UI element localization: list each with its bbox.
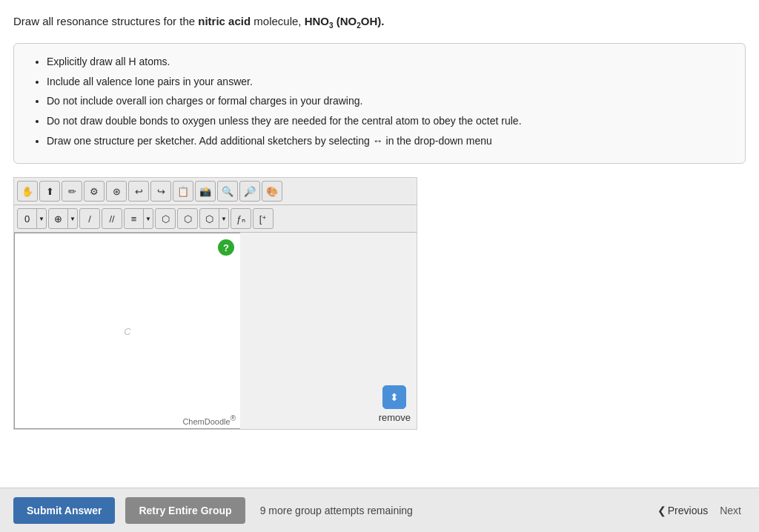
color-btn[interactable]: 🎨 [262, 181, 282, 202]
retry-entire-group-button[interactable]: Retry Entire Group [125, 497, 245, 524]
charge-arrow-icon: ▼ [37, 208, 46, 229]
atom-dropdown[interactable]: ⊕ ▼ [48, 208, 78, 229]
settings-tool-btn[interactable]: ⚙ [84, 181, 105, 202]
sketcher-main: C ? ChemDoodle® ⬍ remove [14, 233, 417, 429]
attempts-remaining-label: 9 more group attempts remaining [260, 505, 413, 516]
chemdoodle-label: ChemDoodle® [182, 414, 236, 426]
bottom-toolbar: Submit Answer Retry Entire Group 9 more … [0, 488, 759, 532]
help-badge[interactable]: ? [218, 239, 234, 256]
instruction-item: Explicitly draw all H atoms. [47, 54, 730, 70]
chevron-left-icon: ❮ [657, 505, 666, 516]
formula-btn[interactable]: ƒₙ [231, 208, 251, 229]
zoom-out-btn[interactable]: 🔎 [239, 181, 260, 202]
charge-value: 0 [18, 208, 37, 229]
bond-arrow-icon: ▼ [144, 208, 153, 229]
toolbar-row1: ✋ ⬆ ✏ ⚙ ⊛ ↩ ↪ 📋 📸 🔍 🔎 🎨 [14, 178, 417, 205]
spinner-btn[interactable]: ⬍ [382, 385, 406, 409]
toolbar-row2: 0 ▼ ⊕ ▼ / // ≡ ▼ ⬡ ⬡ ⬡ ▼ ƒₙ [⁺ [14, 205, 417, 233]
sketch-canvas[interactable]: C ? ChemDoodle® [14, 233, 240, 429]
next-label: Next [720, 505, 741, 516]
next-button[interactable]: Next [715, 499, 746, 522]
instruction-item: Draw one structure per sketcher. Add add… [47, 133, 730, 150]
right-panel: ⬍ remove [240, 233, 417, 429]
previous-label: Previous [668, 505, 708, 516]
submit-answer-button[interactable]: Submit Answer [13, 497, 115, 524]
atom-arrow-icon: ▼ [68, 208, 77, 229]
remove-btn[interactable]: remove [379, 412, 411, 423]
undo-tool-btn[interactable]: ⬆ [39, 181, 60, 202]
formula-display: HNO3 (NO2OH). [305, 15, 385, 27]
hexagon2-btn[interactable]: ⬡ [177, 208, 198, 229]
nav-area: ❮ Previous Next [653, 499, 746, 522]
question-text-prefix: Draw all resonance structures for the [13, 15, 198, 27]
bond-icon: ≡ [125, 208, 144, 229]
sketch-hint: C [124, 325, 130, 336]
undo-btn[interactable]: ↩ [128, 181, 149, 202]
instructions-box: Explicitly draw all H atoms. Include all… [13, 43, 746, 164]
remove-btn-area: ⬍ remove [379, 385, 411, 423]
sketcher-container: ✋ ⬆ ✏ ⚙ ⊛ ↩ ↪ 📋 📸 🔍 🔎 🎨 0 ▼ ⊕ ▼ / // [13, 177, 417, 430]
bracket-btn[interactable]: [⁺ [253, 208, 274, 229]
single-bond-btn[interactable]: / [79, 208, 100, 229]
instruction-item: Include all valence lone pairs in your a… [47, 74, 730, 90]
redo-btn[interactable]: ↪ [150, 181, 171, 202]
shape-dropdown[interactable]: ⬡ ▼ [199, 208, 229, 229]
paste-btn[interactable]: 📋 [173, 181, 193, 202]
molecule-name: nitric acid [198, 15, 251, 27]
zoom-in-btn[interactable]: 🔍 [217, 181, 238, 202]
question-title: Draw all resonance structures for the ni… [13, 13, 746, 31]
previous-button[interactable]: ❮ Previous [653, 499, 712, 522]
snapshot-btn[interactable]: 📸 [195, 181, 216, 202]
shape-arrow-icon: ▼ [219, 208, 228, 229]
hand-tool-btn[interactable]: ✋ [17, 181, 38, 202]
instructions-list: Explicitly draw all H atoms. Include all… [29, 54, 730, 149]
double-bond-btn[interactable]: // [102, 208, 122, 229]
charge-dropdown[interactable]: 0 ▼ [17, 208, 47, 229]
ring-tool-btn[interactable]: ⊛ [106, 181, 127, 202]
shape-icon: ⬡ [200, 208, 219, 229]
atom-icon: ⊕ [49, 208, 68, 229]
hexagon-btn[interactable]: ⬡ [155, 208, 176, 229]
eraser-tool-btn[interactable]: ✏ [62, 181, 82, 202]
instruction-item: Do not include overall ion charges or fo… [47, 93, 730, 110]
bond-dropdown[interactable]: ≡ ▼ [124, 208, 153, 229]
question-text-middle: molecule, [251, 15, 305, 27]
instruction-item: Do not draw double bonds to oxygen unles… [47, 113, 730, 130]
